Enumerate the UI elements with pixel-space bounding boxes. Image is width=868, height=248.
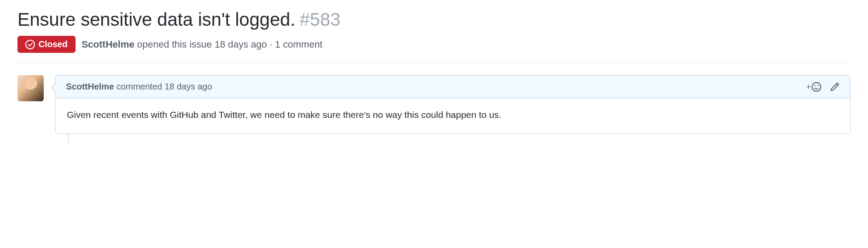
avatar[interactable] xyxy=(17,75,44,101)
comment-header-text: ScottHelme commented 18 days ago xyxy=(66,82,212,92)
state-badge-closed: Closed xyxy=(17,36,76,53)
timeline-connector xyxy=(68,134,69,144)
edit-comment-button[interactable] xyxy=(830,82,840,92)
plus-icon: + xyxy=(806,83,811,91)
add-reaction-button[interactable]: + xyxy=(806,82,821,92)
pencil-icon xyxy=(830,82,840,92)
state-label: Closed xyxy=(38,39,68,49)
issue-number: #583 xyxy=(300,9,340,30)
issue-closed-icon xyxy=(25,40,35,49)
comment-action-text: commented 18 days ago xyxy=(117,82,212,91)
comment-body: Given recent events with GitHub and Twit… xyxy=(55,98,850,133)
meta-author-link[interactable]: ScottHelme xyxy=(82,39,135,50)
comment-thread: ScottHelme commented 18 days ago + Given… xyxy=(17,75,851,134)
issue-title: Ensure sensitive data isn't logged. xyxy=(17,9,295,30)
comment-author-link[interactable]: ScottHelme xyxy=(66,82,114,91)
comment-box: ScottHelme commented 18 days ago + Given… xyxy=(55,75,851,134)
comment-header: ScottHelme commented 18 days ago + xyxy=(55,76,850,98)
issue-title-row: Ensure sensitive data isn't logged. #583 xyxy=(17,9,851,31)
meta-opened-text: opened this issue 18 days ago · 1 commen… xyxy=(137,39,322,50)
issue-meta-text: ScottHelme opened this issue 18 days ago… xyxy=(82,39,323,50)
comment-header-actions: + xyxy=(806,82,840,92)
issue-meta-row: Closed ScottHelme opened this issue 18 d… xyxy=(17,36,851,63)
smiley-icon xyxy=(812,82,821,92)
